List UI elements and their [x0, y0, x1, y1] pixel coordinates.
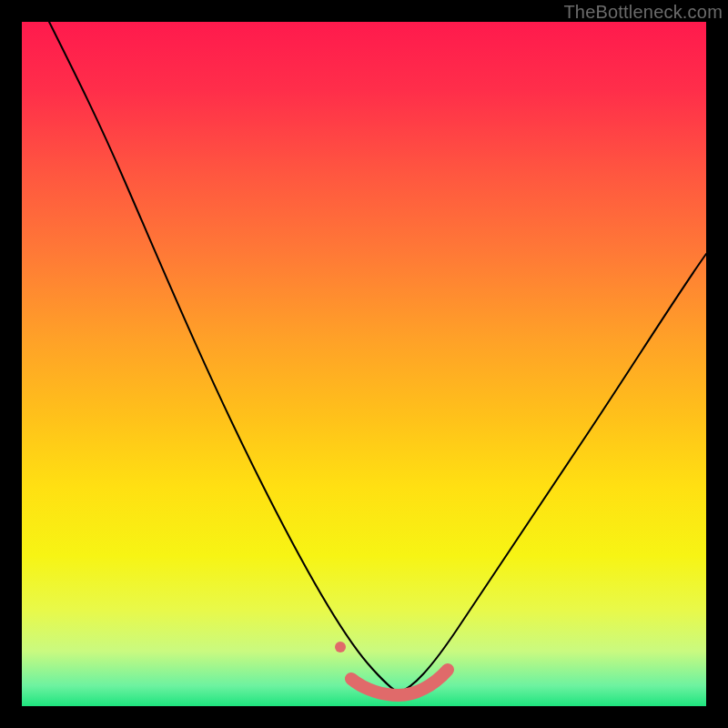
left-curve — [49, 22, 399, 693]
plot-area — [22, 22, 706, 706]
watermark-text: TheBottleneck.com — [563, 2, 723, 23]
valley-marker — [351, 670, 448, 695]
curve-layer — [22, 22, 706, 706]
chart-frame: TheBottleneck.com — [0, 0, 728, 728]
valley-dot — [335, 642, 346, 652]
right-curve — [399, 254, 706, 693]
